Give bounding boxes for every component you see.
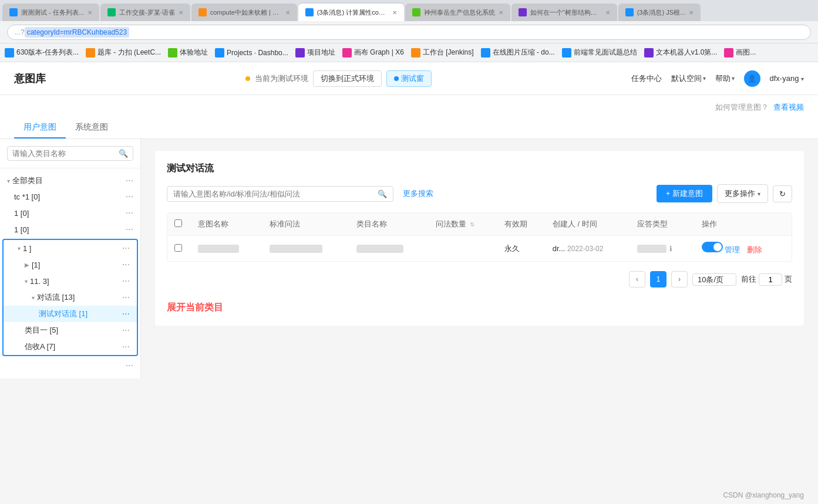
bookmark-5[interactable]: 项目地址 xyxy=(295,48,335,57)
browser-tab-6[interactable]: 如何在一个"树形结构中里到一个"... ✕ xyxy=(511,4,617,21)
bookmark-2[interactable]: 题库 - 力扣 (LeetC... xyxy=(86,48,161,57)
tree-node-more[interactable]: ··· xyxy=(0,357,140,374)
tab-favicon-3 xyxy=(198,8,207,16)
tree-more-t4[interactable]: ··· xyxy=(122,243,130,253)
address-bar[interactable]: ...?categoryId=mrRBCKuhbead523 xyxy=(7,25,811,40)
tree-node-t9[interactable]: 类目一 [5] ··· xyxy=(4,322,137,339)
sidebar-collapse-toggle[interactable]: ‹ xyxy=(140,241,141,276)
tree-more-t7[interactable]: ··· xyxy=(122,292,130,303)
tab-user-intent[interactable]: 用户意图 xyxy=(14,117,66,138)
tab-close-6[interactable]: ✕ xyxy=(605,9,610,16)
row1-info-icon[interactable]: ℹ xyxy=(669,245,672,253)
bookmark-icon-6 xyxy=(342,48,352,57)
tree-more-t9[interactable]: ··· xyxy=(122,325,130,336)
tab-close-1[interactable]: ✕ xyxy=(87,9,92,16)
tree-more-t3[interactable]: ··· xyxy=(126,224,133,235)
sidebar-search-box[interactable]: 🔍 xyxy=(7,146,133,161)
more-search-button[interactable]: 更多搜索 xyxy=(403,188,433,199)
sidebar-search-input[interactable] xyxy=(12,149,115,158)
page-help-row: 如何管理意图？ 查看视频 xyxy=(715,102,804,113)
help-dropdown[interactable]: 帮助 ▾ xyxy=(715,73,735,84)
help-arrow-icon: ▾ xyxy=(732,75,735,82)
bookmark-label-6: 画布 Graph | X6 xyxy=(354,48,404,57)
app-header: 意图库 当前为测试环境 切换到正式环境 测试窗 任务中心 默认空间 ▾ 帮助 ▾… xyxy=(0,62,818,95)
browser-tab-4[interactable]: (3条消息) 计算属性compute_V... ✕ xyxy=(298,4,404,21)
more-actions-button[interactable]: 更多操作 ▾ xyxy=(717,184,768,203)
row1-manage-link[interactable]: 管理 xyxy=(725,245,740,254)
sidebar-search-icon[interactable]: 🔍 xyxy=(119,149,128,158)
tree-node-t10[interactable]: 信收A [7] ··· xyxy=(4,339,137,355)
tree-root[interactable]: ▾ 全部类目 ··· xyxy=(0,173,140,188)
help-video-link[interactable]: 查看视频 xyxy=(773,103,804,111)
add-intent-button[interactable]: + 新建意图 xyxy=(657,185,712,202)
row1-category xyxy=(349,236,429,262)
tree-node-t2[interactable]: 1 [0] ··· xyxy=(0,205,140,221)
prev-page-button[interactable]: ‹ xyxy=(629,271,645,287)
browser-tab-3[interactable]: compute中如来钦赖 | new date... ✕ xyxy=(191,4,297,21)
bookmark-6[interactable]: 画布 Graph | X6 xyxy=(342,48,404,57)
tree-node-t8-selected[interactable]: 测试对话流 [1] ··· xyxy=(4,306,137,322)
page-size-select[interactable]: 10条/页 20条/页 50条/页 xyxy=(692,273,736,286)
tab-close-3[interactable]: ✕ xyxy=(285,9,290,16)
workspace-dropdown[interactable]: 默认空间 ▾ xyxy=(671,73,706,84)
current-page-button[interactable]: 1 xyxy=(650,271,666,287)
tree-more-extra[interactable]: ··· xyxy=(126,360,133,371)
user-name-dropdown[interactable]: dfx-yang ▾ xyxy=(770,74,804,83)
bookmark-1[interactable]: 630版本-任务列表... xyxy=(5,48,79,57)
goto-input[interactable] xyxy=(759,273,782,286)
bookmark-8[interactable]: 在线图片压缩 - do... xyxy=(481,48,555,57)
bookmark-3[interactable]: 体验地址 xyxy=(168,48,208,57)
tree-more-t8[interactable]: ··· xyxy=(122,309,130,319)
tree-node-label-t4: ▾ 1 ] xyxy=(18,244,31,253)
select-all-checkbox[interactable] xyxy=(174,219,182,227)
th-count[interactable]: 问法数量 ⇅ xyxy=(429,213,497,236)
row1-toggle[interactable] xyxy=(702,242,723,252)
switch-env-button[interactable]: 切换到正式环境 xyxy=(313,70,382,87)
next-page-button[interactable]: › xyxy=(671,271,688,287)
tree-node-t4[interactable]: ▾ 1 ] ··· xyxy=(4,240,137,256)
tab-close-2[interactable]: ✕ xyxy=(179,9,183,16)
tab-favicon-2 xyxy=(107,8,116,16)
tree-more-t1[interactable]: ··· xyxy=(126,191,133,202)
tree-more-t2[interactable]: ··· xyxy=(126,208,133,218)
browser-tab-1[interactable]: 测测测试 - 任务列表... ✕ xyxy=(2,4,99,21)
tree-node-t3[interactable]: 1 [0] ··· xyxy=(0,221,140,238)
tree-node-t1[interactable]: tc *1 [0] ··· xyxy=(0,188,140,205)
test-dot-icon xyxy=(394,76,399,81)
bookmark-10[interactable]: 文本机器人v1.0第... xyxy=(644,48,718,57)
bookmark-9[interactable]: 前端常见面试题总结 xyxy=(562,48,637,57)
workspace-label: 默认空间 xyxy=(671,73,702,84)
bookmark-icon-5 xyxy=(295,48,305,57)
tree-more-t5[interactable]: ··· xyxy=(122,259,130,270)
tree-node-t7[interactable]: ▾ 对话流 [13] ··· xyxy=(4,289,137,306)
search-icon[interactable]: 🔍 xyxy=(378,190,387,198)
tree-root-more-icon[interactable]: ··· xyxy=(126,175,133,186)
task-center-link[interactable]: 任务中心 xyxy=(631,73,662,84)
tree-node-t5[interactable]: ▶ [1] ··· xyxy=(4,256,137,273)
bookmark-icon-11 xyxy=(724,48,733,57)
intent-search-input[interactable] xyxy=(173,190,374,198)
intent-search-box[interactable]: 🔍 xyxy=(167,186,393,202)
tree-more-t6[interactable]: ··· xyxy=(122,276,130,286)
bookmark-11[interactable]: 画图... xyxy=(724,48,756,57)
tree-node-text-t2: 1 [0] xyxy=(14,209,29,218)
tree-node-t6[interactable]: ▾ 11. 3] ··· xyxy=(4,273,137,289)
tab-close-5[interactable]: ✕ xyxy=(499,9,503,16)
tree-more-t10[interactable]: ··· xyxy=(122,341,130,352)
more-actions-arrow-icon: ▾ xyxy=(758,191,760,197)
browser-tab-7[interactable]: (3条消息) JS根... ✕ xyxy=(618,4,701,21)
row1-checkbox[interactable] xyxy=(174,244,182,252)
bookmark-7[interactable]: 工作台 [Jenkins] xyxy=(411,48,474,57)
browser-tab-2[interactable]: 工作交接-罗某·语雀 ✕ xyxy=(100,4,190,21)
browser-tab-bar: 测测测试 - 任务列表... ✕ 工作交接-罗某·语雀 ✕ compute中如来… xyxy=(0,0,818,21)
tab-system-intent[interactable]: 系统意图 xyxy=(66,117,117,138)
refresh-button[interactable]: ↻ xyxy=(773,185,792,202)
browser-tab-5[interactable]: 神州泰岳生产信息化系统 ✕ xyxy=(405,4,510,21)
bookmark-4[interactable]: Projects · Dashbo... xyxy=(215,48,288,57)
tab-close-7[interactable]: ✕ xyxy=(689,9,694,16)
row1-name xyxy=(191,236,262,262)
test-window-button[interactable]: 测试窗 xyxy=(386,70,432,87)
row1-delete-link[interactable]: 删除 xyxy=(747,245,762,254)
tab-close-4[interactable]: ✕ xyxy=(392,9,397,16)
help-text: 如何管理意图？ xyxy=(715,103,769,111)
